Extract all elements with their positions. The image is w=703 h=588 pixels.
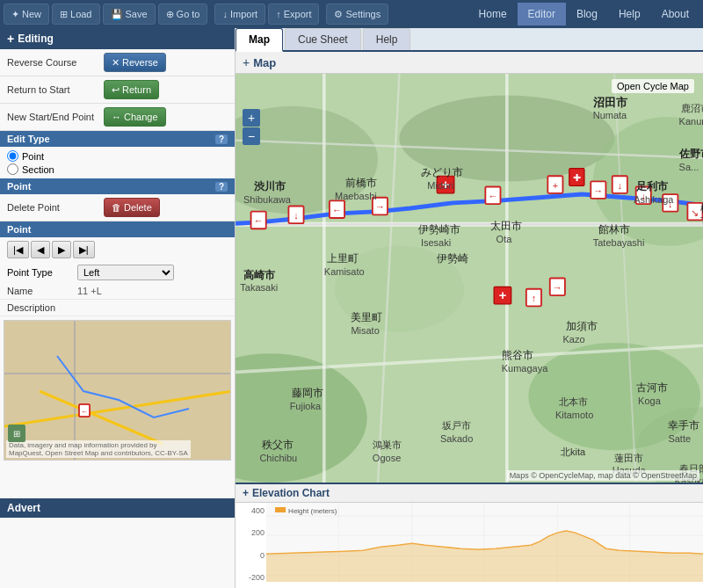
svg-text:Kazo: Kazo (562, 334, 584, 345)
change-icon: ↔ (112, 112, 121, 122)
return-start-label: Return to Start (7, 84, 104, 95)
about-link[interactable]: About (651, 3, 699, 25)
svg-text:古河市: 古河市 (636, 381, 668, 394)
point-help-badge[interactable]: ? (215, 182, 228, 192)
help-link[interactable]: Help (608, 3, 651, 25)
description-label: Description (7, 302, 77, 313)
svg-text:Height (meters): Height (meters) (288, 507, 337, 515)
main-map[interactable]: Open Cycle Map + − (236, 74, 703, 483)
zoom-in-button[interactable]: + (243, 109, 260, 127)
svg-text:Ogose: Ogose (373, 453, 401, 463)
blog-link[interactable]: Blog (566, 3, 608, 25)
delete-point-row: Delete Point 🗑 Delete (0, 194, 235, 221)
y-400: 400 (237, 506, 265, 515)
save-button[interactable]: 💾 Save (103, 4, 156, 25)
last-point-btn[interactable]: ▶| (73, 241, 95, 258)
description-row: Description (0, 300, 235, 316)
main-layout: + Editing Reverse Course ✕ Reverse Retur… (0, 28, 703, 588)
mini-map-credit: Data, imagery and map information provid… (6, 440, 191, 458)
svg-text:←: ← (81, 408, 88, 416)
svg-text:熊谷市: 熊谷市 (502, 349, 533, 361)
reverse-button[interactable]: ✕ Reverse (104, 53, 166, 72)
new-icon: ✦ (11, 9, 19, 20)
svg-text:美里町: 美里町 (351, 311, 382, 323)
point-navigation: |◀ ◀ ▶ ▶| (0, 237, 235, 262)
name-row: Name 11 +L (0, 283, 235, 300)
goto-button[interactable]: ⊕ Go to (158, 4, 208, 25)
prev-point-btn[interactable]: ◀ (31, 241, 50, 258)
home-link[interactable]: Home (468, 3, 518, 25)
edit-type-help-badge[interactable]: ? (215, 134, 228, 144)
svg-text:Midori: Midori (427, 180, 453, 191)
svg-text:Kitamoto: Kitamoto (555, 410, 593, 420)
svg-text:↓: ↓ (618, 180, 623, 191)
ocm-label: Open Cycle Map (612, 79, 694, 93)
svg-text:みどり市: みどり市 (421, 166, 463, 178)
elevation-plus-icon: + (243, 487, 249, 499)
svg-text:Satte: Satte (668, 432, 691, 443)
import-icon: ↓ (222, 9, 228, 19)
svg-text:坂戸市: 坂戸市 (441, 420, 471, 431)
svg-text:←: ← (488, 191, 497, 201)
edit-type-radio-group: Point Section (0, 147, 235, 178)
svg-text:Koga: Koga (638, 396, 662, 406)
export-button[interactable]: ↑ Export (268, 4, 319, 25)
svg-text:鹿沼市: 鹿沼市 (681, 103, 703, 113)
return-start-row: Return to Start ↩ Return (0, 76, 235, 104)
point-radio-label: Point (22, 151, 44, 162)
delete-button[interactable]: 🗑 Delete (104, 198, 160, 217)
svg-rect-127 (275, 507, 286, 512)
return-button[interactable]: ↩ Return (104, 80, 159, 99)
edit-type-header: Edit Type ? (0, 131, 235, 147)
svg-text:Maebashi: Maebashi (335, 191, 377, 201)
svg-text:太田市: 太田市 (490, 220, 522, 232)
section-radio[interactable] (7, 163, 18, 175)
svg-text:秩父市: 秩父市 (262, 439, 294, 451)
main-map-svg: ← ↓ ← → + ← + ✚ (236, 74, 703, 483)
new-button[interactable]: ✦ New (4, 4, 49, 25)
advert-content (0, 518, 235, 588)
svg-text:→: → (375, 201, 385, 212)
svg-text:館林市: 館林市 (598, 223, 630, 236)
svg-text:幸手市: 幸手市 (668, 419, 699, 432)
next-point-btn[interactable]: ▶ (52, 241, 71, 258)
map-section-header: + Map (236, 52, 703, 74)
point-nav-header: Point (0, 221, 235, 237)
advert-section: Advert (0, 498, 235, 588)
load-button[interactable]: ⊞ Load (52, 4, 99, 25)
point-type-select[interactable]: Left Right Straight Start End (77, 265, 174, 280)
section-radio-row: Section (7, 163, 228, 175)
change-button[interactable]: ↔ Change (104, 107, 166, 127)
zoom-out-button[interactable]: − (243, 127, 260, 145)
tab-help[interactable]: Help (363, 28, 411, 50)
svg-text:上里町: 上里町 (327, 252, 359, 265)
sidebar-editing-header: + Editing (0, 28, 235, 49)
tab-cue-sheet[interactable]: Cue Sheet (285, 28, 361, 50)
svg-text:→: → (553, 282, 562, 293)
map-external-icon[interactable]: ⊞ (8, 425, 25, 442)
export-icon: ↑ (276, 9, 281, 19)
svg-text:Kamisato: Kamisato (324, 266, 365, 277)
map-link-icon[interactable]: ⊞ (8, 425, 25, 442)
point-radio[interactable] (7, 150, 18, 162)
plus-icon: + (7, 32, 14, 46)
svg-text:前橋市: 前橋市 (345, 177, 377, 189)
settings-icon: ⚙ (334, 9, 343, 20)
svg-text:Kumagaya: Kumagaya (502, 363, 548, 374)
svg-text:足利市: 足利市 (635, 180, 669, 192)
editor-link[interactable]: Editor (518, 3, 566, 25)
map-title: Map (253, 56, 276, 69)
first-point-btn[interactable]: |◀ (7, 241, 29, 258)
tab-map[interactable]: Map (236, 28, 283, 52)
y-200: 200 (237, 528, 265, 537)
svg-text:蓮田市: 蓮田市 (614, 453, 643, 463)
point-type-row: Point Type Left Right Straight Start End (0, 262, 235, 283)
point-section-header: Point ? (0, 178, 235, 194)
svg-text:✚: ✚ (573, 172, 581, 183)
import-button[interactable]: ↓ Import (214, 4, 265, 25)
settings-button[interactable]: ⚙ Settings (326, 4, 388, 25)
svg-text:←: ← (254, 215, 264, 226)
svg-text:Sakado: Sakado (440, 432, 473, 443)
svg-text:渋川市: 渋川市 (254, 180, 286, 192)
elevation-chart-container: 400 200 0 -200 (236, 503, 703, 585)
